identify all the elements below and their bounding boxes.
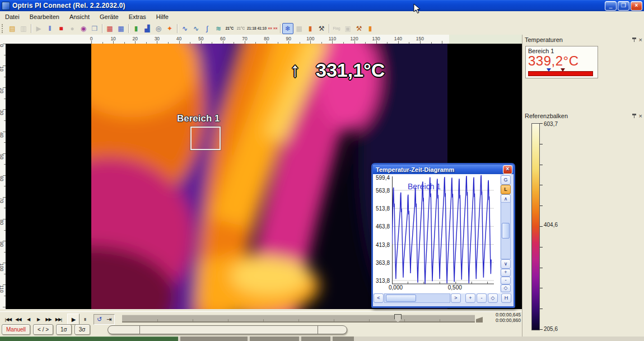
mode-buttons: Manuell< / >1σ3σ [2,324,90,335]
zoom-in-x-button[interactable]: + [465,293,475,303]
open-file-icon[interactable]: ▤ [7,23,18,34]
copy-icon[interactable]: ❒ [89,23,100,34]
loop-button[interactable]: ↺ [95,315,104,324]
profile-chart-icon[interactable]: ∿ [179,23,190,34]
menu-item-geräte[interactable]: Geräte [95,12,124,22]
menu-item-datei[interactable]: Datei [0,12,25,22]
sigma1-button[interactable]: 1σ [56,324,72,335]
timeline-tick [193,319,193,321]
menu-item-hilfe[interactable]: Hilfe [151,12,174,22]
fit-y-button[interactable]: ◇ [501,284,511,292]
palette-file-icon[interactable]: ▦ [104,23,115,34]
device-icon[interactable]: ▦ [293,23,305,34]
snapshot-icon[interactable]: ◉ [78,23,89,34]
scale-tick [540,268,543,268]
range-slider[interactable] [108,325,347,334]
local-scale-button[interactable]: L [501,185,511,194]
vertical-scrollbar[interactable] [501,202,511,259]
ruler-label: 140 [394,36,402,41]
timeline-thumb[interactable] [394,314,402,323]
config-tools-icon[interactable]: ⚒ [316,23,327,34]
play-button[interactable]: ▶ [67,314,80,325]
exit-icon[interactable]: ▮ [365,23,376,34]
measure-area-box[interactable] [190,127,221,150]
palette-plus-icon[interactable]: ▮ [305,23,316,34]
spot-temp-icon[interactable]: 21°C [224,23,235,34]
pause-button[interactable]: ‖ [80,315,90,324]
menu-item-extras[interactable]: Extras [124,12,151,22]
step-forward-button[interactable]: ▶ [34,315,43,324]
ruler-label: 10 [0,66,4,71]
zoom-in-y-button[interactable]: + [501,269,511,277]
manuell-button[interactable]: Manuell [2,324,30,335]
timeline-track[interactable] [122,315,475,323]
integral-chart-icon[interactable]: ∫ [202,23,213,34]
scale-tick [540,144,543,144]
global-scale-button[interactable]: G [501,175,511,185]
scroll-down-button[interactable]: ∨ [501,259,511,269]
horizontal-scroll-thumb[interactable] [386,295,416,302]
multi-curve-icon[interactable]: ≋ [213,23,224,34]
device2-icon[interactable]: ▣ [342,23,353,34]
rewind-button[interactable]: ◀◀ [13,315,23,324]
snap-button[interactable]: ⇥ [104,315,114,324]
pin-icon[interactable] [632,38,636,43]
close-button[interactable]: × [631,1,642,11]
play-icon[interactable]: ▶ [33,23,44,34]
thermal-image-canvas[interactable]: ↑ 331,1°C Bereich 1 Temperatur-Zeit-Diag… [6,44,522,309]
optris-pi-connect-window: Optris PI Connect (Rel. 2.2.2032.0) _ ❒ … [0,0,644,341]
measure-area-label: Bereich 1 [177,113,220,124]
title-bar[interactable]: Optris PI Connect (Rel. 2.2.2032.0) _ ❒ … [0,0,644,11]
panel-close-icon[interactable]: × [639,36,642,43]
spot-temp-cursor-icon[interactable]: 21°C [235,23,246,34]
menu-item-ansicht[interactable]: Ansicht [64,12,95,22]
min-marker-icon [547,68,551,72]
stop-icon[interactable]: ■ [55,23,67,34]
right-dock: Temperaturen × Bereich 1 339,2°C Referen… [522,35,644,338]
step-back-button[interactable]: ◀ [24,315,33,324]
pause-icon[interactable]: ‖ [44,23,55,34]
record-icon[interactable]: ● [67,23,78,34]
palette-file-alt-icon[interactable]: ▦ [115,23,127,34]
skip-end-button[interactable]: ▶▶| [54,315,63,324]
chart-legend: Bereich 1 [408,182,441,191]
diagram-close-button[interactable]: × [503,165,512,174]
zoom-out-x-button[interactable]: - [477,293,487,303]
temp-table-icon[interactable]: 21:18 41:10 [246,23,267,34]
diagram-window[interactable]: Temperatur-Zeit-Diagramm × 599,4563,8513… [371,163,515,308]
video-camera-icon[interactable]: ◎ [153,23,164,34]
temperature-time-chart[interactable] [392,174,494,288]
scroll-left-button[interactable]: < [374,293,384,303]
scroll-right-button[interactable]: > [451,293,461,303]
flag-icon[interactable]: ❄ [282,23,293,34]
vertical-scroll-thumb[interactable] [502,223,510,239]
delete-areas-icon[interactable]: ×× ×× [267,23,278,34]
flag-text-icon[interactable]: Flag [331,23,342,34]
spot-temperature-value: 331,1°C [316,59,385,81]
diagram-title-bar[interactable]: Temperatur-Zeit-Diagramm × [373,165,514,174]
y-axis-label: 363,8 [373,260,390,266]
menu-item-bearbeiten[interactable]: Bearbeiten [25,12,64,22]
line-low-chart-icon[interactable]: ∿ [190,23,202,34]
horizontal-scrollbar[interactable] [384,293,450,303]
zoom-out-y-button[interactable]: - [501,277,511,284]
minimize-button[interactable]: _ [605,1,617,11]
colorbar-icon[interactable]: ▮ [130,23,142,34]
hotspot-icon[interactable]: ✦ [164,23,175,34]
restore-button[interactable]: ❒ [618,1,629,11]
sigma3-button[interactable]: 3σ [74,324,90,335]
ruler-label: 0 [90,36,93,41]
histogram-icon[interactable]: ▟ [142,23,153,34]
scale-tick [540,247,543,247]
ruler-label: 30 [155,36,160,41]
fit-x-button[interactable]: ◇ [488,293,498,303]
hold-button[interactable]: H [501,293,511,303]
save-icon[interactable]: ▥ [18,23,29,34]
skip-start-button[interactable]: |◀◀ [3,315,13,324]
reference-color-bar[interactable] [531,123,540,330]
tools-color-icon[interactable]: ⚒ [353,23,365,34]
fast-forward-button[interactable]: ▶▶ [44,315,53,324]
range-button[interactable]: < / > [33,324,53,335]
panel-close-icon[interactable]: × [639,113,642,119]
pin-icon[interactable] [632,114,636,119]
